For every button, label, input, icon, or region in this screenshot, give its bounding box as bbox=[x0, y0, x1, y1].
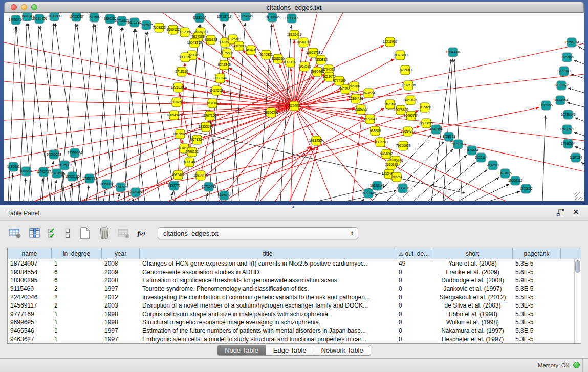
graph-node[interactable]: 16782759 bbox=[114, 183, 128, 192]
table-row[interactable]: 969969511998Structural magnetic resonanc… bbox=[8, 318, 574, 326]
graph-node[interactable]: 20691406 bbox=[32, 14, 47, 24]
function-builder-icon[interactable]: f(x) bbox=[135, 226, 147, 240]
graph-node[interactable]: 9242848 bbox=[217, 60, 231, 70]
graph-node[interactable]: 7632621 bbox=[486, 161, 499, 170]
citation-edge-red[interactable] bbox=[187, 73, 294, 106]
graph-node[interactable]: 8938923 bbox=[442, 132, 455, 141]
graph-node[interactable]: 9245012 bbox=[217, 191, 231, 200]
citation-edge-black[interactable] bbox=[542, 116, 546, 201]
graph-node[interactable]: 18640910 bbox=[296, 38, 311, 47]
graph-node[interactable]: 9474444 bbox=[465, 146, 478, 155]
graph-node[interactable]: 9699695 bbox=[420, 119, 433, 128]
graph-node[interactable]: 8471676 bbox=[498, 169, 512, 178]
citation-edge-red[interactable] bbox=[4, 101, 294, 106]
graph-node[interactable]: 9129966 bbox=[560, 53, 574, 62]
citation-edge-red[interactable] bbox=[294, 106, 584, 171]
graph-node[interactable]: 7485083 bbox=[399, 65, 412, 75]
graph-node[interactable]: 10653287 bbox=[69, 13, 84, 21]
column-header-year[interactable]: year bbox=[102, 248, 140, 259]
graph-node[interactable]: 9466161 bbox=[103, 14, 117, 24]
graph-node[interactable]: 9463627 bbox=[404, 96, 417, 105]
citation-edge-black[interactable] bbox=[318, 188, 371, 201]
graph-node[interactable]: 8322037 bbox=[284, 58, 297, 67]
float-window-icon[interactable] bbox=[556, 209, 564, 217]
graph-node[interactable]: 1615132 bbox=[385, 160, 398, 169]
panel-splitter-handle[interactable]: ▲ bbox=[291, 205, 295, 209]
citation-edge-black[interactable] bbox=[10, 173, 13, 201]
citation-edge-black[interactable] bbox=[575, 118, 584, 121]
graph-node[interactable]: 9115460 bbox=[419, 103, 431, 112]
graph-node[interactable]: 8454749 bbox=[244, 46, 257, 55]
graph-node[interactable]: 10719155 bbox=[115, 16, 129, 26]
graph-node[interactable]: 10973493 bbox=[393, 51, 408, 60]
column-header-short[interactable]: short bbox=[432, 248, 513, 259]
graph-node[interactable]: 7625402 bbox=[171, 170, 185, 180]
citation-edge-red[interactable] bbox=[294, 43, 584, 106]
citation-edge-black[interactable] bbox=[24, 178, 26, 201]
citation-edge-black[interactable] bbox=[188, 130, 465, 193]
graph-node[interactable]: 16648784 bbox=[446, 48, 461, 57]
citation-edge-black[interactable] bbox=[206, 193, 208, 201]
graph-node[interactable]: 16495784 bbox=[404, 111, 419, 120]
graph-node[interactable]: 917004 bbox=[207, 99, 218, 108]
graph-node[interactable]: 15692971 bbox=[560, 125, 575, 134]
citation-edge-black[interactable] bbox=[443, 59, 452, 201]
tab-edge-table[interactable]: Edge Table bbox=[266, 345, 314, 355]
graph-node[interactable]: 7915525 bbox=[140, 20, 153, 30]
graph-node[interactable]: 18316930 bbox=[47, 13, 62, 21]
citation-edge-black[interactable] bbox=[581, 162, 584, 164]
graph-node[interactable]: 962160 bbox=[384, 100, 396, 109]
graph-node[interactable]: 1527602 bbox=[88, 13, 101, 22]
citation-edge-black[interactable] bbox=[574, 60, 584, 64]
citation-edge-red[interactable] bbox=[352, 116, 362, 201]
graph-node[interactable]: 14055714 bbox=[9, 15, 24, 25]
column-header-title[interactable]: title bbox=[140, 248, 396, 259]
graph-node[interactable]: 18313046 bbox=[265, 13, 280, 22]
graph-node[interactable]: 6879197 bbox=[451, 140, 465, 149]
table-row[interactable]: 1830029562008Estimation of significance … bbox=[8, 276, 574, 285]
graph-node[interactable]: 2718120 bbox=[175, 67, 188, 76]
citation-edge-black[interactable] bbox=[70, 183, 72, 201]
graph-node[interactable]: 12444154 bbox=[553, 96, 568, 105]
network-canvas[interactable]: 1405571435961432069140618316930106532871… bbox=[4, 13, 584, 201]
table-row[interactable]: 911546021997Tourette syndrome. Phenomeno… bbox=[8, 285, 574, 293]
graph-node[interactable]: 15716485 bbox=[202, 182, 216, 191]
graph-node[interactable]: 1962615 bbox=[298, 62, 311, 71]
graph-node[interactable]: 9227343 bbox=[557, 67, 571, 76]
citation-edge-black[interactable] bbox=[362, 199, 364, 201]
graph-node[interactable]: 8267150 bbox=[203, 111, 216, 120]
graph-node[interactable]: 2867608 bbox=[232, 41, 246, 51]
delete-columns-icon[interactable] bbox=[96, 226, 113, 240]
graph-node[interactable]: 17016504 bbox=[561, 139, 576, 148]
graph-node[interactable]: 3596143 bbox=[20, 13, 34, 21]
graph-node[interactable]: 1733426 bbox=[396, 184, 409, 193]
table-row[interactable]: 1456911722003Disruption of a novel membe… bbox=[8, 301, 574, 310]
graph-node[interactable]: 9498222 bbox=[185, 147, 199, 157]
citation-edge-black[interactable] bbox=[96, 26, 110, 201]
table-row[interactable]: 946554611997Estimation of the future num… bbox=[8, 326, 574, 335]
new-column-icon[interactable] bbox=[77, 226, 93, 240]
graph-node[interactable]: 8678334 bbox=[190, 135, 204, 144]
graph-node[interactable]: 988809 bbox=[369, 126, 381, 136]
table-scrollbar[interactable] bbox=[574, 259, 581, 343]
table-options-icon[interactable] bbox=[7, 226, 24, 240]
citation-edge-black[interactable] bbox=[568, 103, 584, 107]
graph-node[interactable]: 9560123 bbox=[166, 25, 180, 34]
citation-edge-black[interactable] bbox=[575, 147, 584, 150]
network-window-titlebar[interactable]: citations_edges.txt bbox=[4, 2, 584, 13]
citation-edge-red[interactable] bbox=[294, 99, 350, 106]
graph-node[interactable]: 252254 bbox=[391, 172, 402, 182]
graph-node[interactable]: 9671385 bbox=[128, 18, 141, 27]
graph-node[interactable]: 7955812 bbox=[314, 55, 328, 64]
graph-node[interactable]: 1810755 bbox=[170, 98, 183, 107]
graph-node[interactable]: 2803144 bbox=[213, 74, 227, 83]
graph-node[interactable]: 1835961 bbox=[7, 162, 20, 171]
tab-node-table[interactable]: Node Table bbox=[217, 345, 266, 355]
graph-node[interactable]: 12254349 bbox=[238, 13, 253, 21]
graph-node[interactable]: 1167534 bbox=[570, 153, 582, 162]
graph-node[interactable]: 10025488 bbox=[394, 105, 408, 115]
graph-node[interactable]: 7663822 bbox=[153, 23, 166, 32]
citation-edge-black[interactable] bbox=[578, 46, 584, 50]
graph-node[interactable]: 1572040 bbox=[363, 115, 377, 124]
citation-edge-red[interactable] bbox=[294, 106, 584, 141]
